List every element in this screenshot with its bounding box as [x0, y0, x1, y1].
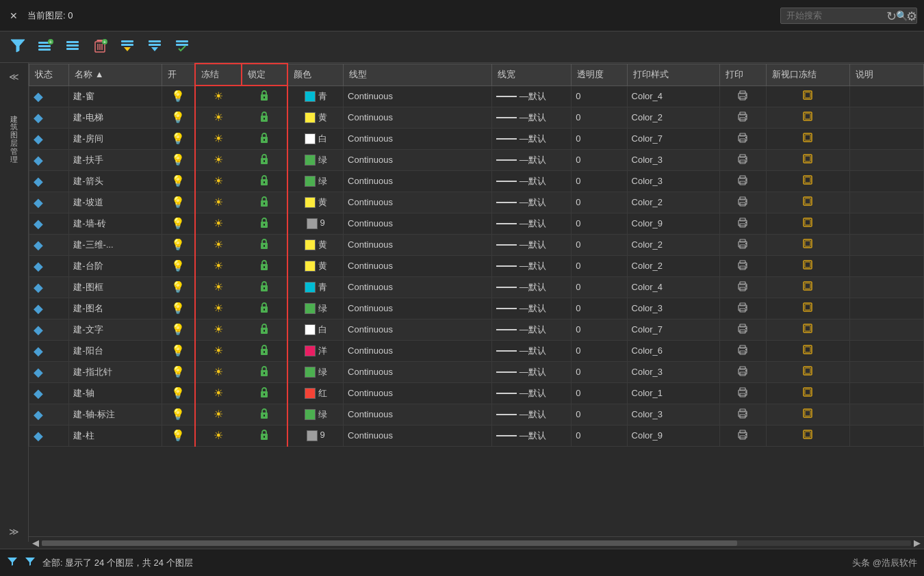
cell-color[interactable]: 白	[287, 319, 343, 340]
cell-linetype[interactable]: Continuous	[344, 170, 492, 192]
cell-linetype[interactable]: Continuous	[344, 319, 492, 340]
cell-linewidth[interactable]: —默认	[491, 276, 571, 298]
cell-open[interactable]: 💡	[162, 86, 195, 107]
cell-print[interactable]	[719, 107, 766, 128]
header-linewidth[interactable]: 线宽	[491, 64, 571, 86]
cell-lock[interactable]	[242, 298, 288, 319]
cell-freeze[interactable]: ☀	[195, 192, 242, 213]
cell-vp[interactable]	[766, 382, 849, 404]
cell-linetype[interactable]: Continuous	[344, 234, 492, 255]
cell-linetype[interactable]: Continuous	[344, 276, 492, 298]
cell-freeze[interactable]: ☀	[195, 319, 242, 340]
cell-freeze[interactable]: ☀	[195, 213, 242, 234]
cell-print[interactable]	[719, 192, 766, 213]
cell-freeze[interactable]: ☀	[195, 382, 242, 404]
cell-color[interactable]: 黄	[287, 192, 343, 213]
cell-linetype[interactable]: Continuous	[344, 361, 492, 382]
cell-linewidth[interactable]: —默认	[491, 213, 571, 234]
cell-vp[interactable]	[766, 149, 849, 170]
cell-open[interactable]: 💡	[162, 404, 195, 425]
new-layer-button[interactable]: +	[34, 36, 56, 58]
cell-freeze[interactable]: ☀	[195, 128, 242, 149]
sidebar-item-2[interactable]: 筑	[4, 114, 25, 120]
cell-print[interactable]	[719, 170, 766, 192]
check-button[interactable]	[171, 36, 193, 58]
cell-color[interactable]: 红	[287, 382, 343, 404]
cell-linewidth[interactable]: —默认	[491, 340, 571, 361]
table-row[interactable]: ◆ 建-台阶 💡 ☀ 黄 Continuous —默认	[29, 255, 924, 276]
cell-color[interactable]: 绿	[287, 170, 343, 192]
header-state[interactable]: 状态	[29, 64, 69, 86]
sidebar-collapse-icon[interactable]: ≪	[4, 66, 25, 87]
cell-linetype[interactable]: Continuous	[344, 255, 492, 276]
cell-freeze[interactable]: ☀	[195, 107, 242, 128]
cell-print[interactable]	[719, 404, 766, 425]
cell-linetype[interactable]: Continuous	[344, 213, 492, 234]
cell-linewidth[interactable]: —默认	[491, 361, 571, 382]
cell-lock[interactable]	[242, 361, 288, 382]
cell-vp[interactable]	[766, 213, 849, 234]
header-freeze[interactable]: 冻结	[195, 64, 242, 86]
cell-linetype[interactable]: Continuous	[344, 192, 492, 213]
cell-linetype[interactable]: Continuous	[344, 149, 492, 170]
cell-freeze[interactable]: ☀	[195, 404, 242, 425]
cell-color[interactable]: 黄	[287, 255, 343, 276]
cell-linewidth[interactable]: —默认	[491, 107, 571, 128]
cell-print[interactable]	[719, 213, 766, 234]
cell-color[interactable]: 黄	[287, 234, 343, 255]
cell-linetype[interactable]: Continuous	[344, 298, 492, 319]
cell-print[interactable]	[719, 425, 766, 446]
cell-freeze[interactable]: ☀	[195, 234, 242, 255]
cell-linewidth[interactable]: —默认	[491, 319, 571, 340]
table-row[interactable]: ◆ 建-轴-标注 💡 ☀ 绿 Continuous —默认	[29, 404, 924, 425]
table-row[interactable]: ◆ 建-阳台 💡 ☀ 洋 Continuous —默认	[29, 340, 924, 361]
table-row[interactable]: ◆ 建-轴 💡 ☀ 红 Continuous —默认	[29, 382, 924, 404]
sidebar-item-3[interactable]: 图	[4, 122, 25, 128]
table-row[interactable]: ◆ 建-图名 💡 ☀ 绿 Continuous —默认	[29, 298, 924, 319]
header-color[interactable]: 颜色	[287, 64, 343, 86]
cell-vp[interactable]	[766, 170, 849, 192]
cell-print[interactable]	[719, 361, 766, 382]
cell-linewidth[interactable]: —默认	[491, 298, 571, 319]
cell-vp[interactable]	[766, 128, 849, 149]
header-alpha[interactable]: 透明度	[572, 64, 627, 86]
cell-linetype[interactable]: Continuous	[344, 404, 492, 425]
settings-icon[interactable]: ⚙	[906, 9, 917, 24]
cell-open[interactable]: 💡	[162, 192, 195, 213]
cell-linewidth[interactable]: —默认	[491, 86, 571, 107]
cell-open[interactable]: 💡	[162, 425, 195, 446]
cell-vp[interactable]	[766, 340, 849, 361]
cell-linewidth[interactable]: —默认	[491, 382, 571, 404]
cell-freeze[interactable]: ☀	[195, 298, 242, 319]
cell-lock[interactable]	[242, 213, 288, 234]
cell-color[interactable]: 绿	[287, 298, 343, 319]
cell-freeze[interactable]: ☀	[195, 149, 242, 170]
layers-button[interactable]	[62, 36, 84, 58]
sidebar-item-4[interactable]: 层	[4, 131, 25, 136]
table-row[interactable]: ◆ 建-窗 💡 ☀ 青 Continuous —默认	[29, 86, 924, 107]
cell-vp[interactable]	[766, 107, 849, 128]
header-linetype[interactable]: 线型	[344, 64, 492, 86]
header-vp[interactable]: 新视口冻结	[766, 64, 849, 86]
table-row[interactable]: ◆ 建-指北针 💡 ☀ 绿 Continuous —默认	[29, 361, 924, 382]
cell-linewidth[interactable]: —默认	[491, 404, 571, 425]
cell-lock[interactable]	[242, 107, 288, 128]
cell-linetype[interactable]: Continuous	[344, 128, 492, 149]
header-desc[interactable]: 说明	[849, 64, 923, 86]
header-open[interactable]: 开	[162, 64, 195, 86]
search-input[interactable]	[786, 10, 896, 21]
cell-vp[interactable]	[766, 234, 849, 255]
bottom-scroll[interactable]: ◀ ▶	[29, 536, 924, 549]
merge-button[interactable]	[116, 36, 138, 58]
cell-linewidth[interactable]: —默认	[491, 234, 571, 255]
cell-lock[interactable]	[242, 170, 288, 192]
cell-freeze[interactable]: ☀	[195, 425, 242, 446]
header-name[interactable]: 名称 ▲	[69, 64, 162, 86]
cell-vp[interactable]	[766, 404, 849, 425]
cell-print[interactable]	[719, 86, 766, 107]
table-row[interactable]: ◆ 建-墙-砖 💡 ☀ 9 Continuous —默认	[29, 213, 924, 234]
cell-linewidth[interactable]: —默认	[491, 128, 571, 149]
table-row[interactable]: ◆ 建-电梯 💡 ☀ 黄 Continuous —默认	[29, 107, 924, 128]
cell-color[interactable]: 洋	[287, 340, 343, 361]
cell-color[interactable]: 黄	[287, 107, 343, 128]
